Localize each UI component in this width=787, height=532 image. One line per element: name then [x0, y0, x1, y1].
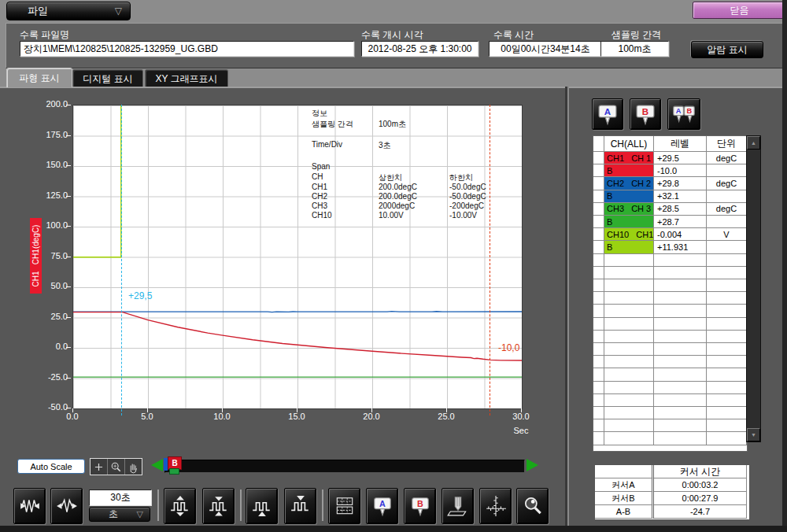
table-row[interactable]: B+28.7: [593, 216, 747, 228]
pen-drop-icon: [447, 495, 469, 517]
table-row[interactable]: [593, 305, 747, 317]
scroll-down-button[interactable]: ▼: [747, 428, 760, 441]
cursor-table-cell: 커서A: [595, 478, 654, 492]
table-row[interactable]: CH1 CH 1+29.5degC: [593, 152, 747, 164]
table-row[interactable]: CH2 CH 2+29.8degC: [593, 177, 747, 190]
plot-area[interactable]: 정보샘플링 간격100m초Time/Div3초SpanCH상한치하한치CH120…: [72, 105, 523, 409]
close-button[interactable]: 닫음: [693, 2, 786, 19]
table-row[interactable]: [593, 432, 747, 445]
toolbar-grid-button[interactable]: [328, 488, 360, 524]
table-cell: [654, 419, 707, 432]
toolbar-flag-b-button[interactable]: B: [404, 488, 436, 524]
table-cell: [707, 292, 747, 305]
toolbar-pen-drop-button[interactable]: [442, 488, 474, 524]
table-cell: [707, 267, 747, 279]
table-row[interactable]: [593, 382, 747, 394]
file-menu-button[interactable]: 파일 ▽: [6, 2, 131, 20]
table-row[interactable]: CH3 CH 3+28.5degC: [593, 203, 747, 216]
sampling-field[interactable]: 100m초: [600, 41, 669, 57]
table-row[interactable]: [593, 343, 747, 356]
tab-waveform[interactable]: 파형 표시: [6, 68, 72, 87]
cursor-b-line[interactable]: [490, 105, 490, 416]
plot-info-text: -200degC: [449, 201, 484, 210]
table-cell: -10.0: [654, 164, 707, 177]
zoom-tool-button[interactable]: [108, 459, 125, 475]
cursor-a-button[interactable]: A: [592, 98, 623, 130]
slider-handle[interactable]: [169, 468, 179, 475]
start-time-field[interactable]: 2012-08-25 오후 1:30:00: [361, 41, 478, 57]
plus-tool-button[interactable]: [91, 459, 108, 475]
table-row[interactable]: [593, 356, 747, 368]
table-row[interactable]: [593, 394, 747, 407]
x-tick-mark: [222, 408, 223, 412]
table-cell: [707, 279, 747, 292]
table-cell: [604, 356, 654, 368]
auto-scale-button[interactable]: Auto Scale: [17, 459, 85, 474]
table-cell: [593, 419, 604, 432]
x-axis-title: Sec: [505, 426, 537, 435]
plot-info-text: Span: [312, 162, 330, 171]
toolbar-wave-shift-down-button[interactable]: [284, 488, 316, 524]
duration-field[interactable]: 00일00시간34분14초: [489, 41, 602, 57]
table-row[interactable]: [593, 407, 747, 419]
tab-xy-graph[interactable]: XY 그래프표시: [145, 69, 228, 87]
table-row[interactable]: [593, 292, 747, 305]
cursor-b-button[interactable]: B: [630, 98, 661, 130]
toolbar-wave-expand-h-button[interactable]: [50, 488, 83, 524]
toolbar-wave-compress-h-button[interactable]: [13, 488, 46, 524]
table-row[interactable]: CH(ALL)레벨단위: [593, 136, 747, 152]
table-cell: [604, 331, 654, 343]
scroll-left-button[interactable]: [151, 459, 163, 471]
toolbar-magnifier-button[interactable]: [516, 488, 549, 524]
timebase-value-field[interactable]: 30초: [89, 490, 152, 506]
cursor-ab-button[interactable]: AB: [667, 98, 700, 130]
table-vertical-scrollbar[interactable]: ▲ ▼: [746, 135, 761, 442]
table-cell: [604, 305, 654, 317]
table-row[interactable]: B+11.931: [593, 241, 747, 253]
toolbar-crosshair-button[interactable]: [479, 488, 512, 524]
table-cell: [604, 419, 654, 432]
alarm-display-button[interactable]: 알람 표시: [691, 41, 763, 58]
app-window: 파일 ▽ 닫음 수록 파일명 장치1\MEM\120825\120825-132…: [0, 0, 787, 532]
table-row[interactable]: CH10 CH1-0.004V: [593, 228, 747, 241]
toolbar-wave-shift-up-button[interactable]: [246, 488, 278, 524]
x-tick-label: 15.0: [281, 412, 312, 421]
table-cell: [593, 254, 604, 267]
table-cell: [654, 331, 707, 343]
table-cell: [593, 318, 604, 331]
toolbar-separator: [322, 490, 323, 521]
table-cell: +28.7: [654, 216, 707, 228]
table-row[interactable]: [593, 331, 747, 343]
scroll-up-button[interactable]: ▲: [747, 136, 760, 150]
table-row[interactable]: B-10.0: [593, 164, 747, 177]
table-row[interactable]: [593, 368, 747, 381]
cursor-table-cell: -24.7: [654, 505, 747, 519]
table-row[interactable]: [593, 267, 747, 279]
table-cell: [707, 164, 747, 177]
timebase-unit-dropdown[interactable]: 초 ▽: [89, 507, 150, 522]
flag-a-icon: A: [371, 495, 394, 517]
x-tick-label: 10.0: [206, 412, 238, 421]
toolbar-wave-compress-v-button[interactable]: [202, 488, 235, 524]
cursor-a-line[interactable]: [121, 105, 122, 416]
view-tool-group: [90, 458, 142, 475]
table-row[interactable]: [593, 254, 747, 267]
y-tick-label: 200.0: [31, 99, 68, 109]
hand-tool-button[interactable]: [125, 459, 142, 475]
horizontal-scrollbar[interactable]: B: [164, 460, 525, 473]
table-row[interactable]: [593, 419, 747, 432]
table-cell: [654, 254, 707, 267]
tab-digital[interactable]: 디지털 표시: [72, 69, 143, 87]
table-cell: [604, 407, 654, 419]
table-row[interactable]: [593, 279, 747, 292]
table-row[interactable]: [593, 318, 747, 331]
scroll-right-button[interactable]: [527, 459, 538, 471]
toolbar-flag-a-button[interactable]: A: [366, 488, 398, 524]
filename-field[interactable]: 장치1\MEM\120825\120825-132959_UG.GBD: [20, 41, 354, 57]
toolbar-wave-expand-v-button[interactable]: [164, 488, 196, 524]
table-cell: [707, 305, 747, 317]
table-cell: +28.5: [654, 203, 707, 216]
plot-info-text: 하한치: [449, 172, 473, 183]
sampling-label: 샘플링 간격: [611, 28, 661, 42]
table-row[interactable]: B+32.1: [593, 190, 747, 203]
